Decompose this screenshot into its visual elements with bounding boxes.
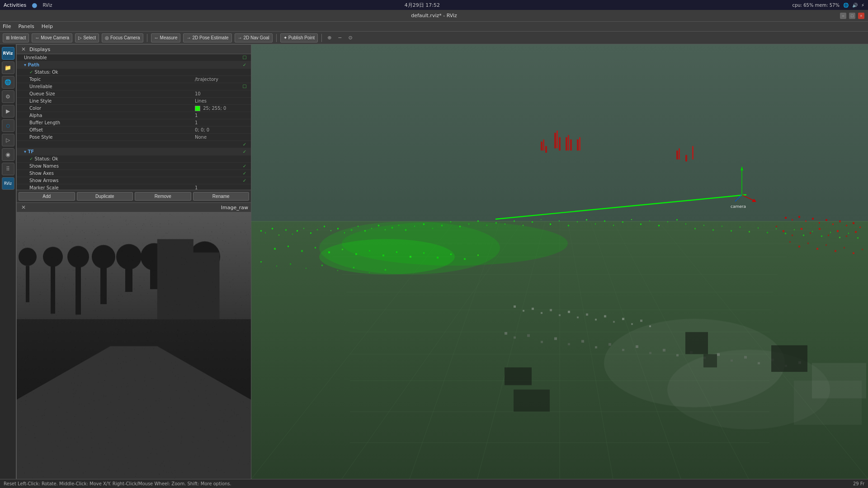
- path-expand-icon[interactable]: ▾: [24, 62, 26, 67]
- unreliable2-check[interactable]: ☐: [240, 84, 249, 89]
- sidebar-icon-apps[interactable]: ⠿: [2, 163, 14, 175]
- 2d-pose-button[interactable]: → 2D Pose Estimate: [183, 33, 231, 42]
- svg-rect-96: [276, 266, 277, 267]
- svg-rect-71: [613, 225, 614, 226]
- toolbar-extra-icon-1[interactable]: ⊕: [326, 34, 333, 42]
- tf-check[interactable]: ✓: [240, 149, 249, 154]
- 2d-nav-button[interactable]: → 2D Nav Goal: [235, 33, 273, 42]
- sidebar-icon-settings[interactable]: ⚙: [2, 90, 14, 103]
- rviz-icon: RViz: [3, 51, 13, 56]
- display-row-tf[interactable]: ▾ TF ✓: [17, 148, 251, 155]
- svg-rect-167: [844, 247, 845, 249]
- svg-rect-74: [640, 224, 642, 225]
- focus-camera-button[interactable]: ◎ Focus Camera: [102, 33, 143, 42]
- toolbar-extra-icon-2[interactable]: −: [336, 34, 344, 42]
- svg-rect-196: [609, 343, 611, 346]
- settings-icon: ⚙: [5, 94, 10, 100]
- display-row-alpha[interactable]: Alpha 1: [17, 112, 251, 119]
- close-button[interactable]: ×: [858, 13, 864, 19]
- display-row-show-axes[interactable]: Show Axes ✓: [17, 170, 251, 177]
- sidebar-icon-arrow[interactable]: ▷: [2, 134, 14, 146]
- display-row-marker-scale[interactable]: Marker Scale 1: [17, 184, 251, 190]
- display-row-show-names[interactable]: Show Names ✓: [17, 163, 251, 170]
- svg-rect-84: [342, 249, 343, 250]
- pose-style-value[interactable]: None: [195, 135, 249, 140]
- svg-rect-183: [613, 321, 615, 323]
- sidebar-icon-circle[interactable]: ◉: [2, 148, 14, 161]
- taskbar-battery-icon: ⚡: [861, 3, 864, 8]
- sidebar-icon-rviz2[interactable]: RViz: [2, 177, 14, 190]
- svg-rect-134: [579, 137, 580, 150]
- offset-value[interactable]: 0; 0; 0: [195, 127, 249, 132]
- svg-rect-88: [396, 251, 397, 253]
- svg-rect-132: [570, 140, 572, 150]
- display-row-color[interactable]: Color 25; 255; 0: [17, 105, 251, 112]
- svg-rect-27: [285, 229, 287, 230]
- show-axes-check[interactable]: ✓: [240, 171, 249, 176]
- topic-value[interactable]: /trajectory: [195, 77, 249, 82]
- measure-button[interactable]: ↔ Measure: [151, 33, 181, 42]
- svg-rect-101: [353, 267, 354, 268]
- publish-point-button[interactable]: ✦ Publish Point: [280, 33, 318, 42]
- 3d-view[interactable]: camera: [251, 44, 868, 479]
- svg-rect-163: [807, 243, 809, 244]
- image-close-icon[interactable]: ✕: [19, 204, 28, 211]
- unreliable-check[interactable]: ☐: [240, 55, 249, 60]
- display-row-queue-size[interactable]: Queue Size 10: [17, 90, 251, 98]
- svg-rect-143: [812, 218, 814, 220]
- select-button[interactable]: ▷ Select: [75, 33, 99, 42]
- sidebar-icon-rviz[interactable]: RViz: [2, 47, 14, 60]
- toolbar-extra-icon-3[interactable]: ⊙: [347, 34, 354, 42]
- marker-scale-value[interactable]: 1: [195, 185, 249, 190]
- displays-close-icon[interactable]: ✕: [19, 46, 28, 52]
- interact-button[interactable]: ⊞ Interact: [3, 33, 29, 42]
- tf-label: ▾ TF: [19, 149, 240, 154]
- svg-rect-121: [839, 237, 840, 238]
- menu-panels[interactable]: Panels: [18, 23, 34, 29]
- svg-rect-109: [731, 230, 732, 231]
- minimize-button[interactable]: −: [840, 13, 846, 19]
- display-row-unreliable2: Unreliable ☐: [17, 83, 251, 90]
- sidebar-icon-browser[interactable]: 🌐: [2, 76, 14, 89]
- display-row-offset[interactable]: Offset 0; 0; 0: [17, 127, 251, 134]
- buffer-length-value[interactable]: 1: [195, 120, 249, 125]
- display-row-topic[interactable]: Topic /trajectory: [17, 76, 251, 83]
- display-row-pose-style[interactable]: Pose Style None: [17, 134, 251, 141]
- sidebar-icon-files[interactable]: 📁: [2, 61, 14, 74]
- line-style-value[interactable]: Lines: [195, 99, 249, 103]
- path-check[interactable]: ✓: [240, 62, 249, 67]
- svg-rect-99: [321, 265, 323, 266]
- display-row-buffer-length[interactable]: Buffer Length 1: [17, 119, 251, 127]
- svg-rect-33: [324, 226, 325, 227]
- maximize-button[interactable]: □: [849, 13, 855, 19]
- activities-label[interactable]: Activities: [4, 2, 26, 8]
- svg-rect-76: [658, 225, 660, 226]
- svg-rect-181: [595, 319, 597, 320]
- sidebar-icon-vscode[interactable]: ⬡: [2, 119, 14, 132]
- svg-rect-179: [577, 316, 579, 318]
- queue-size-value[interactable]: 10: [195, 91, 249, 96]
- show-arrows-check[interactable]: ✓: [240, 178, 249, 183]
- svg-rect-211: [505, 367, 532, 385]
- display-row-line-style[interactable]: Line Style Lines: [17, 98, 251, 105]
- svg-rect-31: [310, 232, 311, 234]
- display-row-show-arrows[interactable]: Show Arrows ✓: [17, 177, 251, 184]
- svg-rect-155: [810, 232, 811, 234]
- remove-button[interactable]: Remove: [135, 192, 191, 201]
- duplicate-button[interactable]: Duplicate: [77, 192, 133, 201]
- move-camera-button[interactable]: ↔ Move Camera: [32, 33, 72, 42]
- tf-expand-icon[interactable]: ▾: [24, 149, 26, 154]
- rename-button[interactable]: Rename: [193, 192, 250, 201]
- color-value[interactable]: 25; 255; 0: [195, 106, 249, 111]
- svg-point-58: [319, 239, 455, 274]
- alpha-value[interactable]: 1: [195, 113, 249, 118]
- add-button[interactable]: Add: [19, 192, 75, 201]
- sidebar-icon-terminal[interactable]: ▶: [2, 105, 14, 117]
- menu-file[interactable]: File: [3, 23, 11, 29]
- pose-check[interactable]: ✓: [240, 142, 249, 147]
- show-names-check[interactable]: ✓: [240, 164, 249, 169]
- menu-help[interactable]: Help: [42, 23, 53, 29]
- svg-rect-111: [749, 231, 750, 232]
- displays-content[interactable]: Unreliable ☐ ▾ Path ✓ ✓ Status: Ok Topic…: [17, 54, 251, 190]
- display-row-path[interactable]: ▾ Path ✓: [17, 61, 251, 69]
